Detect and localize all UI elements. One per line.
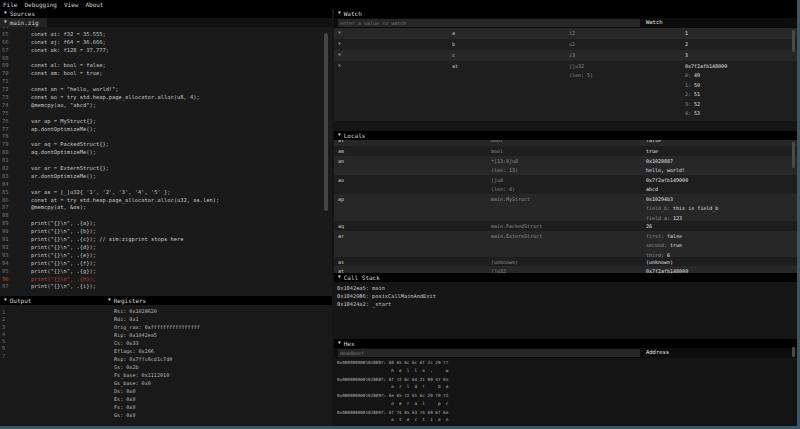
variable-name: at (452, 62, 458, 72)
source-code-text: var ap = MyStruct{}; (18, 118, 96, 126)
watch-scrollbar[interactable] (792, 30, 795, 52)
value-text: 50 (694, 82, 700, 88)
variable-name-text: an (338, 157, 344, 167)
source-line: 83 ar.dontOptimizeMe(); (0, 173, 332, 181)
source-code-text: @memcpy(ao, "abcd"); (18, 102, 96, 110)
line-number[interactable]: 77 (0, 126, 18, 134)
source-code-text: const an = "hello, world!"; (18, 86, 119, 94)
line-number[interactable]: 84 (0, 181, 18, 189)
line-number[interactable]: 65 (0, 31, 18, 39)
line-number[interactable]: 96 (0, 276, 18, 284)
menu-item-file[interactable]: File (3, 1, 17, 8)
locals-scrollbar[interactable] (792, 142, 795, 168)
hex-scrollbar[interactable] (792, 347, 795, 357)
debugger-window: FileDebuggingViewAbout ▼ Sources ▼ main.… (0, 0, 800, 429)
line-number[interactable]: 76 (0, 118, 18, 126)
source-code-text: print("{}\n", .{i}); (18, 283, 96, 291)
line-number[interactable]: 89 (0, 220, 18, 228)
source-line: 94 print("{}\n", .{f}); (0, 260, 332, 268)
hex-address-button[interactable]: Address (646, 350, 669, 356)
delete-watch-icon[interactable]: ✕ (338, 29, 341, 35)
line-number[interactable]: 72 (0, 86, 18, 94)
locals-rows: alboolfalseambooltruean*[13:0]u8(len: 13… (334, 140, 797, 273)
line-number[interactable]: 90 (0, 228, 18, 236)
watch-input[interactable] (338, 19, 640, 27)
callstack-panel-header[interactable]: ▼ Call Stack (334, 273, 797, 282)
delete-watch-icon[interactable]: ✕ (338, 40, 341, 46)
variable-value: 26 (646, 222, 652, 232)
watch-add-button[interactable]: Watch (646, 20, 663, 26)
line-number[interactable]: 81 (0, 157, 18, 165)
variable-value: 0x1028887hello, world! (646, 157, 685, 176)
delete-watch-icon[interactable]: ✕ (338, 62, 341, 68)
hex-address-input[interactable] (338, 349, 640, 357)
locals-row: at[]u320x7f2afb148000 (334, 266, 797, 273)
tab-main-zig[interactable]: ▼ main.zig (0, 18, 47, 27)
line-number[interactable]: 94 (0, 260, 18, 268)
sources-panel-header[interactable]: ▼ Sources (0, 9, 332, 18)
value-text: this is field_b (673, 205, 718, 211)
line-number[interactable]: 91 (0, 236, 18, 244)
variable-name-text: at (452, 62, 458, 72)
variable-type: []u32 (491, 267, 506, 274)
line-number[interactable]: 83 (0, 173, 18, 181)
line-number[interactable]: 67 (0, 47, 18, 55)
hex-panel-header[interactable]: ▼ Hex (334, 339, 797, 348)
line-number[interactable]: 93 (0, 252, 18, 260)
line-number[interactable]: 74 (0, 102, 18, 110)
line-number[interactable]: 78 (0, 133, 18, 141)
watch-panel-header[interactable]: ▼ Watch (334, 9, 797, 18)
source-line: 87 @memcpy(at, &as); (0, 204, 332, 212)
source-scrollbar[interactable] (324, 33, 328, 211)
type-line: main.PackedStruct (491, 222, 542, 232)
callstack-frame[interactable]: 0x1042ea5: main (337, 284, 797, 292)
output-line-number: 4 (2, 331, 104, 338)
line-number[interactable]: 80 (0, 149, 18, 157)
delete-watch-icon[interactable]: ✕ (338, 51, 341, 57)
value-label: 0: (685, 72, 694, 78)
register-row: Rdi: 0x1 (114, 315, 332, 323)
value-line: 1 (685, 29, 688, 39)
line-number[interactable]: 92 (0, 244, 18, 252)
menu-item-about[interactable]: About (85, 1, 103, 8)
variable-value: 0x10294b3field_b: this is field_bfield_a… (646, 195, 718, 224)
callstack-frame[interactable]: 0x1042986: posixCallMainAndExit (337, 292, 797, 300)
source-line: 74 @memcpy(ao, "abcd"); (0, 102, 332, 110)
line-number[interactable]: 70 (0, 70, 18, 78)
line-number[interactable]: 75 (0, 110, 18, 118)
line-number[interactable]: 66 (0, 39, 18, 47)
line-number[interactable]: 87 (0, 204, 18, 212)
callstack-frame[interactable]: 0x10424a2: _start (337, 300, 797, 308)
line-number[interactable]: 73 (0, 94, 18, 102)
registers-panel-header[interactable]: ▼ Registers (104, 296, 332, 305)
line-number[interactable]: 86 (0, 197, 18, 205)
value-text: abcd (646, 186, 658, 192)
hex-title: Hex (344, 340, 355, 347)
collapse-icon: ▼ (108, 298, 111, 303)
line-number[interactable]: 95 (0, 268, 18, 276)
watch-row: ✕ai21 (334, 28, 797, 39)
source-code-text: var as = [_]u32{ '1', '2', '3', '4', '5'… (18, 189, 171, 197)
menu-item-view[interactable]: View (64, 1, 78, 8)
line-number[interactable]: 71 (0, 78, 18, 86)
line-number[interactable]: 69 (0, 62, 18, 70)
watch-rows: ✕ai21✕bu22✕ci33✕at[]u32(len: 5)0x7f2afb1… (334, 28, 797, 121)
menu-item-debugging[interactable]: Debugging (24, 1, 57, 8)
value-text: 0x7f2afb148000 (685, 63, 727, 69)
line-number[interactable]: 82 (0, 165, 18, 173)
line-number[interactable]: 79 (0, 141, 18, 149)
source-line: 65 const ai: f32 = 35.555; (0, 31, 332, 39)
collapse-icon: ▼ (338, 133, 341, 138)
source-line: 85 var as = [_]u32{ '1', '2', '3', '4', … (0, 189, 332, 197)
output-panel-header[interactable]: ▼ Output (0, 296, 104, 305)
line-number[interactable]: 68 (0, 55, 18, 63)
variable-name-text: al (338, 140, 344, 146)
output-line-number: 7 (2, 353, 104, 360)
locals-panel-header[interactable]: ▼ Locals (334, 131, 797, 140)
source-code-text: print("{}\n", .{f}); (18, 260, 96, 268)
line-number[interactable]: 97 (0, 283, 18, 291)
line-number[interactable]: 85 (0, 189, 18, 197)
source-line: 97 print("{}\n", .{i}); (0, 283, 332, 291)
line-number[interactable]: 88 (0, 212, 18, 220)
value-text: hello, world! (646, 167, 685, 173)
